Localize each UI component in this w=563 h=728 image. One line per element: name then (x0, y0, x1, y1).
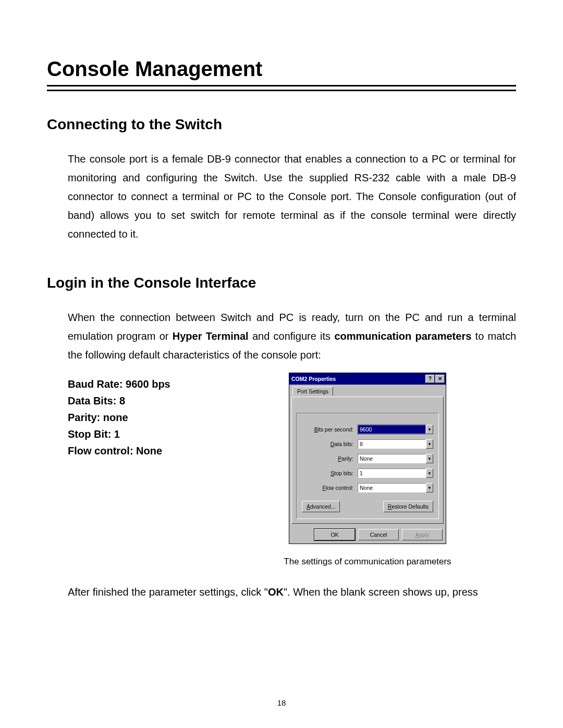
com-properties-dialog: COM2 Properties ? ✕ Port Settings Bits p… (289, 373, 446, 544)
combo-data-bits[interactable]: 8 ▼ (358, 439, 433, 449)
close-button[interactable]: ✕ (435, 375, 445, 383)
restore-defaults-button[interactable]: Restore Defaults (383, 501, 433, 512)
cancel-button[interactable]: Cancel (358, 529, 399, 540)
section-heading-connecting: Connecting to the Switch (47, 116, 516, 133)
chevron-down-icon[interactable]: ▼ (426, 425, 433, 434)
advanced-button[interactable]: Advanced... (302, 501, 340, 512)
text: and configure its (249, 330, 335, 342)
figure-caption: The settings of communication parameters (284, 557, 451, 567)
document-page: Console Management Connecting to the Swi… (0, 0, 563, 728)
settings-group: Bits per second: 9600 ▼ Data bits: (296, 413, 439, 519)
paragraph-login: When the connection between Switch and P… (68, 308, 516, 364)
spec-item: Flow control: None (68, 442, 219, 459)
label-stop-bits: Stop bits: (331, 470, 358, 476)
paragraph-after: After finished the parameter settings, c… (68, 583, 516, 601)
tab-port-settings[interactable]: Port Settings (292, 387, 333, 396)
combo-value: 1 (358, 468, 426, 478)
chevron-down-icon[interactable]: ▼ (426, 439, 433, 449)
chevron-down-icon[interactable]: ▼ (426, 483, 433, 492)
title-rule (47, 85, 516, 91)
combo-stop-bits[interactable]: 1 ▼ (358, 468, 433, 478)
label-data-bits: Data bits: (331, 441, 358, 447)
apply-button[interactable]: Apply (402, 529, 443, 540)
combo-flow-control[interactable]: None ▼ (358, 483, 433, 492)
combo-value: 8 (358, 439, 426, 449)
spec-list: Baud Rate: 9600 bps Data Bits: 8 Parity:… (68, 373, 219, 459)
label-bits-per-second: Bits per second: (314, 426, 358, 433)
bold-hyper-terminal: Hyper Terminal (173, 330, 249, 342)
ok-button[interactable]: OK (314, 529, 355, 540)
bold-ok: OK (268, 586, 284, 598)
combo-value: None (358, 454, 426, 463)
label-flow-control: Flow control: (322, 485, 358, 491)
combo-value: 9600 (358, 425, 426, 434)
text: After finished the parameter settings, c… (68, 586, 268, 598)
dialog-titlebar[interactable]: COM2 Properties ? ✕ (289, 373, 446, 385)
combo-parity[interactable]: None ▼ (358, 454, 433, 463)
help-icon: ? (429, 376, 432, 381)
text: ". When the blank screen shows up, press (284, 586, 478, 598)
spec-item: Baud Rate: 9600 bps (68, 376, 219, 392)
tab-pane: Bits per second: 9600 ▼ Data bits: (291, 397, 444, 524)
spec-item: Parity: none (68, 409, 219, 426)
spec-item: Stop Bit: 1 (68, 426, 219, 442)
close-icon: ✕ (438, 376, 442, 381)
dialog-title: COM2 Properties (291, 376, 425, 382)
chevron-down-icon[interactable]: ▼ (426, 468, 433, 478)
combo-bits-per-second[interactable]: 9600 ▼ (358, 425, 433, 434)
combo-value: None (358, 483, 426, 492)
chevron-down-icon[interactable]: ▼ (426, 454, 433, 463)
paragraph-connecting: The console port is a female DB-9 connec… (68, 150, 516, 243)
page-number: 18 (0, 698, 563, 707)
bold-comm-params: communication parameters (334, 330, 471, 342)
page-title: Console Management (47, 57, 516, 81)
help-button[interactable]: ? (425, 375, 435, 383)
label-parity: Parity: (338, 455, 358, 462)
section-heading-login: Login in the Console Interface (47, 275, 516, 291)
spec-item: Data Bits: 8 (68, 392, 219, 409)
